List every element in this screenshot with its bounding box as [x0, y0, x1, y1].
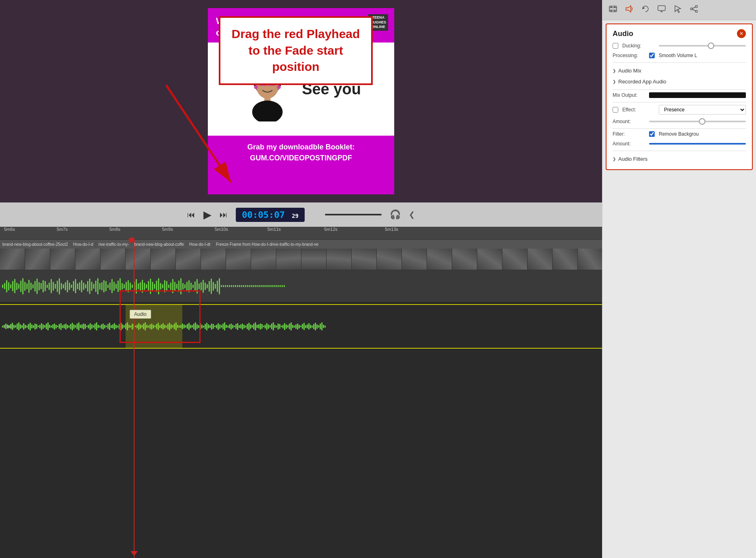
- svg-point-35: [696, 11, 698, 13]
- audio-mix-section[interactable]: ❯ Audio Mix: [613, 65, 746, 76]
- amount-label-2: Amount:: [613, 141, 645, 147]
- preview-area: Want more info on where to publish onlin…: [0, 0, 602, 202]
- svg-point-14: [254, 85, 258, 89]
- clip-text-5: How-do-I-dr: [186, 242, 213, 247]
- svg-point-33: [696, 6, 698, 8]
- processing-value: Smooth Volume L: [659, 53, 697, 58]
- recorded-app-audio-chevron: ❯: [613, 79, 616, 84]
- right-panel: Audio ✕ Ducking: Processing: Smooth Volu…: [602, 0, 756, 558]
- amount-row-1: Amount:: [613, 119, 746, 124]
- effect-checkbox[interactable]: [613, 107, 618, 113]
- effect-label: Effect:: [622, 107, 655, 113]
- left-content-area: Want more info on where to publish onlin…: [0, 0, 602, 558]
- thumbnail-bottom-text: Grab my downloadble Booklet: GUM.CO/VIDE…: [216, 142, 386, 164]
- film-strip: // Will be rendered inline: [0, 248, 602, 270]
- clip-text-3: rive-traffic-to-my-: [96, 242, 131, 247]
- svg-rect-25: [611, 10, 612, 11]
- clip-text-1: brand-new-blog-about-coffee-25oct2: [0, 242, 70, 247]
- svg-rect-20: [609, 6, 617, 12]
- ruler-marks: 5m6s 5m7s 5m8s 5m9s 5m10s 5m11s 5m12s 5m…: [4, 227, 598, 239]
- clip-text-6: Freeze Frame from How-do-I-drive-traffic…: [213, 242, 321, 247]
- divider-2: [613, 89, 746, 90]
- playhead[interactable]: [134, 240, 135, 558]
- video-track: brand-new-blog-about-coffee-25oct2 How-d…: [0, 240, 602, 270]
- mix-output-label: Mix Output:: [613, 92, 645, 98]
- audio-panel-title: Audio ✕: [613, 29, 746, 38]
- svg-point-17: [252, 100, 282, 121]
- audio-filters-chevron: ❯: [613, 157, 616, 161]
- amount-thumb-1[interactable]: [699, 118, 705, 125]
- filter-checkbox[interactable]: [649, 131, 655, 137]
- timeline-ruler: 5m6s 5m7s 5m8s 5m9s 5m10s 5m11s 5m12s 5m…: [0, 227, 602, 240]
- annotation-text: Drag the red Playhead to the Fade start …: [231, 26, 361, 75]
- transport-bar: ⏮ ▶ ⏭ 00:05:07 29 🎧 ❮: [0, 202, 602, 227]
- mix-output-meter: [649, 92, 746, 98]
- processing-row: Processing: Smooth Volume L: [613, 53, 746, 58]
- timecode-value: 00:05:07: [242, 210, 285, 220]
- svg-rect-23: [611, 6, 612, 8]
- main-layout: Want more info on where to publish onlin…: [0, 0, 756, 558]
- ducking-thumb[interactable]: [708, 43, 714, 49]
- close-button[interactable]: ✕: [737, 29, 746, 38]
- amount-slider-2[interactable]: [649, 143, 746, 145]
- clip-text-4: brand-new-blog-about-coffe: [131, 242, 186, 247]
- divider-4: [613, 128, 746, 129]
- annotation-box: Drag the red Playhead to the Fade start …: [219, 16, 373, 85]
- playhead-bottom-handle[interactable]: [130, 551, 138, 556]
- skip-back-button[interactable]: ⏮: [187, 210, 195, 219]
- headphone-icon: 🎧: [390, 209, 401, 220]
- audio-mix-chevron: ❯: [613, 68, 616, 73]
- ruler-mark-7: 5m12s: [324, 227, 337, 232]
- divider-1: [613, 62, 746, 63]
- svg-rect-24: [614, 6, 615, 8]
- svg-line-37: [693, 9, 696, 11]
- play-button[interactable]: ▶: [203, 209, 211, 221]
- audio-panel: Audio ✕ Ducking: Processing: Smooth Volu…: [606, 23, 753, 170]
- audio-waveform-track-1: [0, 270, 602, 302]
- recorded-app-audio-label: Recorded App Audio: [618, 79, 666, 85]
- svg-marker-28: [643, 7, 645, 9]
- volume-slider[interactable]: [325, 214, 382, 215]
- share-icon[interactable]: [690, 4, 698, 15]
- processing-checkbox[interactable]: [649, 53, 655, 58]
- svg-rect-29: [658, 6, 665, 11]
- ducking-slider[interactable]: [659, 45, 746, 47]
- ruler-mark-6: 5m11s: [267, 227, 281, 232]
- rotate-icon[interactable]: [641, 4, 650, 15]
- processing-label: Processing:: [613, 53, 645, 58]
- divider-3: [613, 102, 746, 102]
- audio-mix-label: Audio Mix: [618, 68, 641, 74]
- recorded-app-audio-section[interactable]: ❯ Recorded App Audio: [613, 76, 746, 87]
- sidebar-toggle[interactable]: ❮: [409, 210, 415, 219]
- speaker-icon[interactable]: [625, 4, 634, 15]
- svg-point-34: [691, 8, 693, 10]
- music-track: mp3 Audio: [0, 304, 602, 349]
- divider-5: [613, 151, 746, 151]
- film-icon[interactable]: [609, 4, 617, 15]
- audio-filters-section[interactable]: ❯ Audio Filters: [613, 153, 746, 164]
- frames-value: 29: [292, 213, 299, 219]
- playhead-ruler-indicator: ▶: [129, 236, 135, 245]
- thumbnail-bottom-section: Grab my downloadble Booklet: GUM.CO/VIDE…: [208, 136, 394, 170]
- panel-toolbar: [602, 0, 756, 20]
- svg-point-15: [277, 85, 281, 89]
- clip-text-2: How-do-I-d: [70, 242, 96, 247]
- effect-select[interactable]: Presence: [659, 105, 746, 115]
- filter-label: Filter:: [613, 131, 645, 137]
- ducking-checkbox[interactable]: [613, 43, 618, 49]
- filter-value: Remove Backgrou: [659, 131, 699, 137]
- cursor-icon[interactable]: [673, 4, 682, 15]
- amount-slider-1[interactable]: [649, 121, 746, 122]
- amount-label-1: Amount:: [613, 119, 645, 124]
- svg-marker-32: [675, 6, 681, 13]
- ruler-mark-4: 5m9s: [162, 227, 173, 232]
- svg-marker-27: [626, 6, 631, 12]
- timeline-area[interactable]: 5m6s 5m7s 5m8s 5m9s 5m10s 5m11s 5m12s 5m…: [0, 227, 602, 558]
- ruler-mark-1: 5m6s: [4, 227, 15, 232]
- effect-row: Effect: Presence: [613, 105, 746, 115]
- svg-line-36: [693, 7, 696, 9]
- monitor-icon[interactable]: [657, 4, 666, 15]
- timecode-display: 00:05:07 29: [236, 208, 305, 222]
- skip-forward-button[interactable]: ⏭: [220, 210, 228, 219]
- ducking-label: Ducking:: [622, 43, 655, 49]
